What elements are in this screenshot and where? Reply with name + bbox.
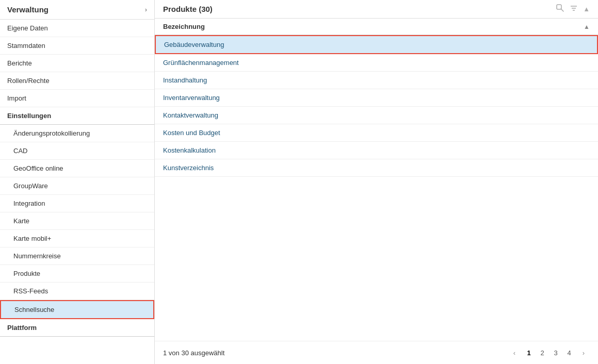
collapse-icon[interactable]: ▲ — [583, 5, 590, 13]
search-icon[interactable] — [556, 4, 564, 14]
sidebar-header: Verwaltung › — [0, 0, 154, 20]
main-title: Produkte (30) — [163, 5, 213, 13]
filter-icon[interactable] — [570, 4, 578, 14]
sidebar-item-produkte[interactable]: Produkte — [0, 265, 154, 283]
sidebar-item-eigene-daten[interactable]: Eigene Daten — [0, 20, 154, 37]
sidebar-item-plattform[interactable]: Plattform — [0, 319, 154, 337]
sidebar-item-cad[interactable]: CAD — [0, 142, 154, 160]
product-item-gebaeudeverwaltung[interactable]: Gebäudeverwaltung — [155, 35, 598, 54]
prev-page-button[interactable]: ‹ — [508, 346, 521, 359]
sidebar: Verwaltung › Eigene DatenStammdatenBeric… — [0, 0, 155, 364]
sidebar-item-schnellsuche[interactable]: Schnellsuche — [0, 300, 154, 319]
column-header: Bezeichnung ▲ — [155, 19, 598, 35]
sidebar-item-einstellungen[interactable]: Einstellungen — [0, 107, 154, 125]
svg-line-1 — [561, 9, 563, 11]
product-item-instandhaltung[interactable]: Instandhaltung — [155, 72, 598, 89]
next-page-button[interactable]: › — [577, 346, 590, 359]
sidebar-item-aenderungsprotokollierung[interactable]: Änderungsprotokollierung — [0, 125, 154, 142]
sidebar-item-karte-mobil[interactable]: Karte mobil+ — [0, 230, 154, 247]
sidebar-item-nummernkreise[interactable]: Nummernkreise — [0, 247, 154, 265]
product-item-kunstverzeichnis[interactable]: Kunstverzeichnis — [155, 159, 598, 177]
product-item-gruenflachenmanagement[interactable]: Grünflächenmanagement — [155, 54, 598, 72]
product-item-kosten-budget[interactable]: Kosten und Budget — [155, 124, 598, 142]
product-item-kostenkalkulation[interactable]: Kostenkalkulation — [155, 142, 598, 159]
product-list: GebäudeverwaltungGrünflächenmanagementIn… — [155, 35, 598, 341]
product-item-kontaktverwaltung[interactable]: Kontaktverwaltung — [155, 107, 598, 124]
pagination-controls: ‹ 1234 › — [508, 346, 590, 359]
sidebar-title: Verwaltung — [7, 5, 49, 14]
page-button-2[interactable]: 2 — [536, 346, 548, 359]
sidebar-item-rollen-rechte[interactable]: Rollen/Rechte — [0, 72, 154, 90]
sidebar-item-rss-feeds[interactable]: RSS-Feeds — [0, 283, 154, 300]
main-header: Produkte (30) ▲ — [155, 0, 598, 19]
pagination-bar: 1 von 30 ausgewählt ‹ 1234 › — [155, 341, 598, 364]
product-item-inventarverwaltung[interactable]: Inventarverwaltung — [155, 89, 598, 107]
sidebar-item-karte[interactable]: Karte — [0, 212, 154, 230]
scroll-indicator: ▲ — [584, 23, 590, 30]
header-icons: ▲ — [556, 4, 590, 14]
sidebar-expand-icon[interactable]: › — [145, 6, 147, 13]
page-button-3[interactable]: 3 — [549, 346, 562, 359]
page-button-4[interactable]: 4 — [563, 346, 575, 359]
sidebar-item-groupware[interactable]: GroupWare — [0, 177, 154, 195]
sidebar-item-import[interactable]: Import — [0, 90, 154, 107]
sidebar-item-stammdaten[interactable]: Stammdaten — [0, 37, 154, 55]
main-content: Produkte (30) ▲ — [155, 0, 598, 364]
column-label: Bezeichnung — [163, 23, 205, 30]
sidebar-item-berichte[interactable]: Berichte — [0, 55, 154, 72]
sidebar-item-integration[interactable]: Integration — [0, 195, 154, 212]
page-button-1[interactable]: 1 — [523, 346, 535, 359]
sidebar-item-geooffice-online[interactable]: GeoOffice online — [0, 160, 154, 177]
pagination-status: 1 von 30 ausgewählt — [163, 349, 503, 357]
